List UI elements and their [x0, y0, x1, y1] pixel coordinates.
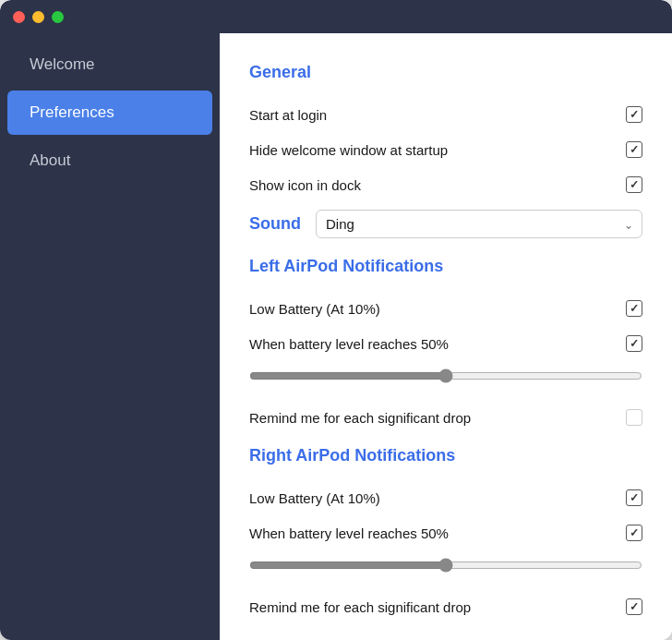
show-icon-checkbox[interactable] — [626, 176, 642, 193]
start-login-label: Start at login — [249, 107, 327, 123]
sound-row: Sound Ding Chime Ping Pop Tink — [249, 210, 642, 238]
left-battery-level-checkbox[interactable] — [626, 335, 642, 352]
content-panel: General Start at login Hide welcome wind… — [220, 33, 672, 640]
right-low-battery-row: Low Battery (At 10%) — [249, 480, 642, 515]
show-icon-label: Show icon in dock — [249, 177, 361, 193]
sound-select[interactable]: Ding Chime Ping Pop Tink — [316, 210, 642, 238]
titlebar — [0, 0, 672, 33]
left-airpod-section: Left AirPod Notifications Low Battery (A… — [249, 257, 642, 435]
right-airpod-section: Right AirPod Notifications Low Battery (… — [249, 446, 642, 624]
left-airpod-title: Left AirPod Notifications — [249, 257, 642, 276]
sound-title: Sound — [249, 214, 301, 234]
app-window: Welcome Preferences About General Start … — [0, 0, 672, 640]
right-battery-level-row: When battery level reaches 50% — [249, 515, 642, 550]
right-airpod-title: Right AirPod Notifications — [249, 446, 642, 465]
right-battery-level-checkbox[interactable] — [626, 525, 642, 541]
right-low-battery-label: Low Battery (At 10%) — [249, 490, 380, 506]
left-low-battery-row: Low Battery (At 10%) — [249, 291, 642, 326]
right-slider-row — [249, 550, 642, 589]
right-battery-level-label: When battery level reaches 50% — [249, 525, 449, 541]
sound-select-wrapper: Ding Chime Ping Pop Tink — [316, 210, 642, 238]
minimize-button[interactable] — [32, 11, 44, 23]
left-battery-level-label: When battery level reaches 50% — [249, 336, 449, 352]
sidebar-item-about[interactable]: About — [7, 139, 212, 183]
app-body: Welcome Preferences About General Start … — [0, 33, 672, 640]
sidebar-item-welcome[interactable]: Welcome — [7, 42, 212, 87]
hide-welcome-checkbox[interactable] — [626, 141, 642, 158]
right-battery-slider[interactable] — [249, 558, 642, 573]
hide-welcome-label: Hide welcome window at startup — [249, 142, 448, 158]
left-remind-checkbox[interactable] — [626, 409, 642, 426]
sidebar-item-preferences[interactable]: Preferences — [7, 91, 212, 135]
start-login-checkbox[interactable] — [626, 106, 642, 123]
right-remind-row: Remind me for each significant drop — [249, 589, 642, 624]
maximize-button[interactable] — [52, 11, 64, 23]
left-slider-row — [249, 361, 642, 400]
setting-row-show-icon: Show icon in dock — [249, 167, 642, 202]
left-low-battery-label: Low Battery (At 10%) — [249, 301, 380, 317]
right-remind-checkbox[interactable] — [626, 598, 642, 615]
close-button[interactable] — [13, 11, 25, 23]
sidebar: Welcome Preferences About — [0, 33, 220, 640]
sound-section: Sound Ding Chime Ping Pop Tink — [249, 210, 642, 238]
setting-row-hide-welcome: Hide welcome window at startup — [249, 132, 642, 167]
left-remind-row: Remind me for each significant drop — [249, 400, 642, 435]
left-remind-label: Remind me for each significant drop — [249, 410, 471, 426]
left-low-battery-checkbox[interactable] — [626, 300, 642, 317]
general-section: General Start at login Hide welcome wind… — [249, 63, 642, 202]
right-low-battery-checkbox[interactable] — [626, 489, 642, 506]
right-remind-label: Remind me for each significant drop — [249, 599, 471, 615]
setting-row-start-login: Start at login — [249, 97, 642, 132]
left-battery-slider[interactable] — [249, 368, 642, 383]
general-title: General — [249, 63, 642, 82]
left-battery-level-row: When battery level reaches 50% — [249, 326, 642, 361]
